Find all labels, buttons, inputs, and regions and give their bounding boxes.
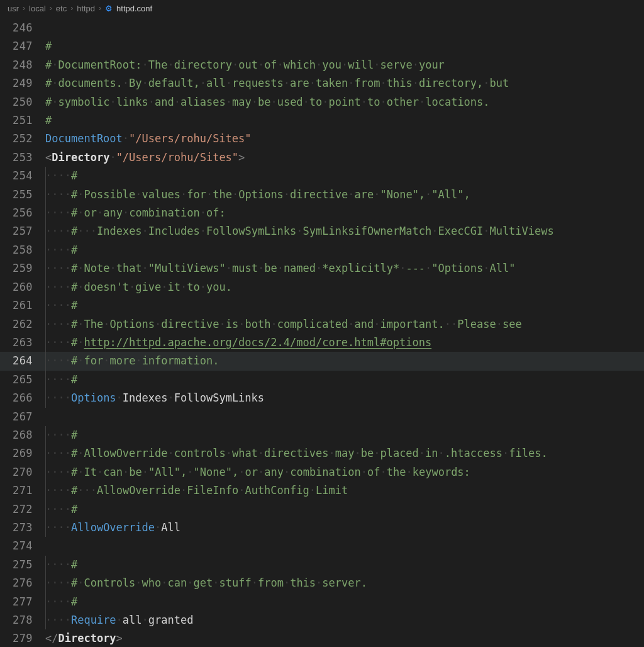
code-content[interactable]: ····Options·Indexes·FollowSymLinks (45, 389, 264, 407)
line-number[interactable]: 265 (0, 371, 45, 389)
code-content[interactable]: #·documents.·By·default,·all·requests·ar… (45, 74, 509, 93)
code-content[interactable]: ····#·It·can·be·"All",·"None",·or·any·co… (45, 463, 470, 481)
line-number[interactable]: 271 (0, 481, 45, 500)
code-line[interactable]: 263····#·http://httpd.apache.org/docs/2.… (0, 334, 644, 352)
code-content[interactable]: ····#·for·more·information. (45, 352, 219, 370)
code-editor[interactable]: 246247#248#·DocumentRoot:·The·directory·… (0, 16, 644, 647)
code-line[interactable]: 275····# (0, 556, 644, 574)
line-number[interactable]: 270 (0, 463, 45, 481)
code-content[interactable]: </Directory> (45, 629, 123, 647)
code-line[interactable]: 256····#·or·any·combination·of: (0, 204, 644, 222)
breadcrumb-current[interactable]: httpd.conf (116, 4, 152, 13)
code-line[interactable]: 269····#·AllowOverride·controls·what·dir… (0, 444, 644, 463)
code-content[interactable]: ····#·Possible·values·for·the·Options·di… (45, 186, 470, 204)
code-content[interactable]: #·symbolic·links·and·aliases·may·be·used… (45, 93, 490, 111)
code-line[interactable]: 251# (0, 111, 644, 130)
line-number[interactable]: 249 (0, 74, 45, 93)
code-line[interactable]: 252DocumentRoot·"/Users/rohu/Sites" (0, 130, 644, 148)
line-number[interactable]: 264 (0, 352, 45, 370)
code-line[interactable]: 273····AllowOverride·All (0, 519, 644, 537)
code-content[interactable]: #·DocumentRoot:·The·directory·out·of·whi… (45, 56, 445, 74)
code-content[interactable]: ····#·http://httpd.apache.org/docs/2.4/m… (45, 334, 431, 352)
line-number[interactable]: 277 (0, 593, 45, 611)
line-number[interactable]: 255 (0, 186, 45, 204)
code-line[interactable]: 274 (0, 537, 644, 555)
code-line[interactable]: 279</Directory> (0, 629, 644, 647)
line-number[interactable]: 252 (0, 130, 45, 148)
line-number[interactable]: 268 (0, 426, 45, 444)
code-line[interactable]: 272····# (0, 500, 644, 519)
line-number[interactable]: 253 (0, 149, 45, 167)
line-number[interactable]: 256 (0, 204, 45, 222)
code-content[interactable]: ····#·Controls·who·can·get·stuff·from·th… (45, 574, 367, 592)
code-line[interactable]: 246 (0, 19, 644, 37)
code-line[interactable]: 250#·symbolic·links·and·aliases·may·be·u… (0, 93, 644, 111)
breadcrumb-item[interactable]: usr (8, 4, 19, 13)
code-content[interactable]: ····# (45, 241, 77, 259)
code-content[interactable]: ····# (45, 167, 77, 185)
code-line[interactable]: 258····# (0, 241, 644, 259)
code-line[interactable]: 262····#·The·Options·directive·is·both·c… (0, 315, 644, 334)
code-content[interactable]: <Directory·"/Users/rohu/Sites"> (45, 149, 245, 167)
code-line[interactable]: 261····# (0, 296, 644, 315)
line-number[interactable]: 262 (0, 315, 45, 334)
code-line[interactable]: 260····#·doesn't·give·it·to·you. (0, 278, 644, 296)
breadcrumb-item[interactable]: etc (56, 4, 67, 13)
code-line[interactable]: 249#·documents.·By·default,·all·requests… (0, 74, 644, 93)
breadcrumb-item[interactable]: local (29, 4, 46, 13)
code-line[interactable]: 265····# (0, 371, 644, 389)
code-content[interactable]: ····AllowOverride·All (45, 519, 180, 537)
code-line[interactable]: 270····#·It·can·be·"All",·"None",·or·any… (0, 463, 644, 481)
code-line[interactable]: 253<Directory·"/Users/rohu/Sites"> (0, 149, 644, 167)
line-number[interactable]: 263 (0, 334, 45, 352)
code-content[interactable]: ····# (45, 556, 77, 574)
line-number[interactable]: 278 (0, 611, 45, 629)
code-content[interactable]: ····Require·all·granted (45, 611, 193, 629)
code-line[interactable]: 257····#···Indexes·Includes·FollowSymLin… (0, 222, 644, 240)
code-line[interactable]: 248#·DocumentRoot:·The·directory·out·of·… (0, 56, 644, 74)
line-number[interactable]: 250 (0, 93, 45, 111)
code-content[interactable]: ····#···AllowOverride·FileInfo·AuthConfi… (45, 481, 348, 500)
code-content[interactable]: ····# (45, 426, 77, 444)
code-line[interactable]: 264····#·for·more·information. (0, 352, 644, 370)
code-content[interactable]: # (45, 111, 52, 130)
code-content[interactable]: DocumentRoot·"/Users/rohu/Sites" (45, 130, 252, 148)
line-number[interactable]: 251 (0, 111, 45, 130)
breadcrumb[interactable]: usr › local › etc › httpd › ⚙ httpd.conf (0, 0, 644, 16)
line-number[interactable]: 266 (0, 389, 45, 407)
code-line[interactable]: 259····#·Note·that·"MultiViews"·must·be·… (0, 259, 644, 278)
line-number[interactable]: 279 (0, 629, 45, 647)
code-content[interactable]: ····#·or·any·combination·of: (45, 204, 226, 222)
code-line[interactable]: 247# (0, 37, 644, 55)
line-number[interactable]: 275 (0, 556, 45, 574)
code-line[interactable]: 254····# (0, 167, 644, 185)
code-content[interactable]: ····#·Note·that·"MultiViews"·must·be·nam… (45, 259, 515, 278)
line-number[interactable]: 254 (0, 167, 45, 185)
line-number[interactable]: 276 (0, 574, 45, 592)
line-number[interactable]: 246 (0, 19, 45, 37)
code-content[interactable]: ····# (45, 593, 77, 611)
line-number[interactable]: 267 (0, 408, 45, 426)
line-number[interactable]: 269 (0, 444, 45, 463)
code-line[interactable]: 268····# (0, 426, 644, 444)
code-content[interactable]: ····# (45, 500, 77, 519)
line-number[interactable]: 258 (0, 241, 45, 259)
line-number[interactable]: 260 (0, 278, 45, 296)
line-number[interactable]: 248 (0, 56, 45, 74)
line-number[interactable]: 247 (0, 37, 45, 55)
code-line[interactable]: 267 (0, 408, 644, 426)
code-content[interactable]: # (45, 37, 52, 55)
line-number[interactable]: 259 (0, 259, 45, 278)
code-line[interactable]: 266····Options·Indexes·FollowSymLinks (0, 389, 644, 407)
code-line[interactable]: 278····Require·all·granted (0, 611, 644, 629)
code-content[interactable]: ····# (45, 371, 77, 389)
line-number[interactable]: 272 (0, 500, 45, 519)
line-number[interactable]: 261 (0, 296, 45, 315)
breadcrumb-item[interactable]: httpd (77, 4, 95, 13)
line-number[interactable]: 274 (0, 537, 45, 555)
code-line[interactable]: 271····#···AllowOverride·FileInfo·AuthCo… (0, 481, 644, 500)
code-line[interactable]: 276····#·Controls·who·can·get·stuff·from… (0, 574, 644, 592)
code-line[interactable]: 255····#·Possible·values·for·the·Options… (0, 186, 644, 204)
code-line[interactable]: 277····# (0, 593, 644, 611)
code-content[interactable]: ····#·The·Options·directive·is·both·comp… (45, 315, 522, 334)
